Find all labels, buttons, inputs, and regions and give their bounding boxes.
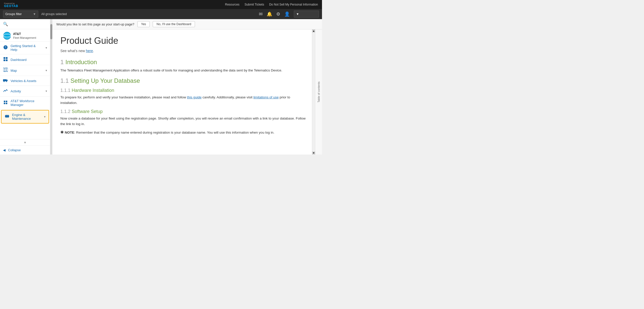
groups-filter-dropdown[interactable]: Groups filter ▼	[3, 11, 38, 18]
geotab-logo-icon: Powered by GEOTAB	[4, 2, 19, 8]
svg-text:GEOTAB: GEOTAB	[4, 4, 18, 8]
groupsbar: Groups filter ▼ All groups selected ✉ 🔔 …	[0, 9, 322, 19]
section-1-1-heading: Setting Up Your Database	[70, 77, 140, 84]
sidebar-nav: ? Getting Started & Help ▾ Dashboard Map…	[0, 42, 50, 139]
svg-rect-20	[4, 103, 5, 104]
sidebar-item-vehicles[interactable]: Vehicles & Assets	[0, 76, 50, 86]
collapse-label: Collapse	[8, 148, 21, 152]
section-1-1-2-title: 1.1.2 Software Setup	[60, 109, 307, 114]
user-dropdown-arrow-icon: ▼	[296, 12, 299, 16]
note-text: : Remember that the company name entered…	[74, 131, 274, 134]
sidebar-item-label: AT&T Workforce Manager	[11, 99, 47, 107]
resources-link[interactable]: Resources	[225, 3, 239, 6]
this-guide-link[interactable]: this guide	[187, 95, 202, 99]
topbar-action-icons: ✉ 🔔 ⚙ 👤 ▼	[259, 11, 319, 18]
svg-rect-26	[8, 117, 8, 118]
startup-no-button[interactable]: No, I'll use the Dashboard	[153, 21, 195, 27]
svg-rect-25	[6, 117, 7, 118]
sidebar-item-label: Vehicles & Assets	[11, 79, 47, 83]
dashboard-icon	[3, 57, 8, 62]
content-area: Would you like to set this page as your …	[52, 19, 322, 154]
mail-icon[interactable]: ✉	[259, 11, 263, 17]
svg-rect-23	[6, 115, 7, 115]
truck-icon	[3, 79, 8, 83]
section-1-1-2-heading: Software Setup	[72, 109, 103, 114]
section-1-heading: Introduction	[65, 59, 97, 65]
svg-rect-18	[4, 101, 5, 102]
sidebar-item-label: Map	[11, 69, 43, 72]
sidebar-item-engine[interactable]: Engine & Maintenance ▾	[1, 110, 49, 124]
product-guide-subtitle: See what's new here.	[60, 48, 307, 54]
sidebar-item-label: Dashboard	[11, 58, 47, 62]
subtitle-end: .	[93, 49, 94, 53]
do-not-sell-link[interactable]: Do Not Sell My Personal Information	[269, 3, 318, 6]
svg-rect-14	[3, 79, 6, 81]
note-star-icon: ✱	[60, 130, 65, 134]
puzzle-icon	[3, 100, 8, 106]
product-guide: Product Guide See what's new here. 1 Int…	[60, 35, 307, 136]
sidebar-item-label: Getting Started & Help	[11, 44, 43, 52]
section-1-number: 1	[60, 59, 65, 65]
startup-yes-button[interactable]: Yes	[137, 21, 150, 27]
startup-page-bar: Would you like to set this page as your …	[52, 19, 322, 29]
note-bold: NOTE	[65, 131, 74, 134]
search-icon[interactable]: 🔍	[3, 22, 8, 26]
subtitle-text: See what's new	[60, 49, 86, 53]
section-1-1-1-number: 1.1.1	[60, 88, 72, 93]
sidebar: 🔍 AT&T Fleet Management ? Ge	[0, 19, 50, 154]
section-1-body: The Telematics Fleet Management Applicat…	[60, 68, 307, 73]
toc-label: Table of contents	[317, 82, 320, 102]
user-dropdown[interactable]: ▼	[294, 11, 319, 18]
help-icon: ?	[3, 45, 8, 51]
logo: Powered by GEOTAB	[4, 2, 19, 8]
sidebar-scrollbar-thumb[interactable]	[50, 24, 52, 39]
sidebar-item-activity[interactable]: Activity ▾	[0, 86, 50, 97]
scroll-up-arrow[interactable]: ▲	[312, 29, 315, 32]
sidebar-item-label: Engine & Maintenance	[12, 113, 42, 121]
submit-tickets-link[interactable]: Submit Tickets	[245, 3, 264, 6]
svg-rect-22	[5, 115, 9, 117]
product-guide-content: Product Guide See what's new here. 1 Int…	[52, 29, 315, 154]
hardware-body-mid: carefully. Additionally, please visit	[202, 95, 253, 99]
user-icon[interactable]: 👤	[284, 11, 290, 17]
hardware-body-pre: To prepare for, perform and verify your …	[60, 95, 187, 99]
svg-rect-8	[6, 57, 8, 59]
scroll-down-arrow[interactable]: ▼	[312, 151, 315, 154]
content-scrollbar[interactable]: ▲ ▼	[312, 29, 315, 154]
sidebar-item-getting-started[interactable]: ? Getting Started & Help ▾	[0, 42, 50, 54]
groups-filter-label: Groups filter	[5, 12, 22, 16]
section-1-1-1-heading: Hardware Installation	[72, 88, 114, 93]
sidebar-item-map[interactable]: Map ▾	[0, 65, 50, 76]
section-1-1-number: 1.1	[60, 77, 70, 84]
groups-filter-arrow-icon: ▼	[33, 12, 36, 16]
brand-info: AT&T Fleet Management	[13, 32, 36, 39]
att-logo-icon	[3, 32, 11, 40]
svg-rect-21	[6, 103, 7, 104]
main-layout: 🔍 AT&T Fleet Management ? Ge	[0, 19, 322, 154]
svg-rect-7	[4, 57, 5, 59]
sidebar-collapse-button[interactable]: ◀ Collapse	[0, 145, 50, 154]
sidebar-item-dashboard[interactable]: Dashboard	[0, 54, 50, 65]
svg-rect-24	[8, 115, 8, 115]
topbar: Powered by GEOTAB Resources Submit Ticke…	[0, 0, 322, 9]
gear-icon[interactable]: ⚙	[276, 11, 280, 17]
limitations-link[interactable]: limitations of use	[253, 95, 279, 99]
sidebar-scrollbar[interactable]	[50, 19, 52, 154]
subtitle-link[interactable]: here	[86, 49, 93, 53]
topbar-right-links: Resources Submit Tickets Do Not Sell My …	[225, 3, 318, 6]
sidebar-item-workforce[interactable]: AT&T Workforce Manager	[0, 97, 50, 109]
bell-icon[interactable]: 🔔	[267, 11, 272, 17]
sidebar-brand: AT&T Fleet Management	[0, 29, 50, 42]
svg-rect-10	[6, 59, 8, 61]
svg-marker-11	[3, 68, 8, 72]
section-1-title: 1 Introduction	[60, 59, 307, 66]
svg-rect-9	[4, 59, 5, 61]
chevron-down-icon: ▾	[46, 69, 47, 72]
sidebar-search-bar[interactable]: 🔍	[0, 19, 50, 29]
sidebar-scroll-down-indicator: ▾	[24, 140, 26, 144]
groups-filter-value: All groups selected	[41, 12, 67, 16]
table-of-contents-sidebar: Table of contents	[315, 29, 322, 154]
collapse-icon: ◀	[3, 148, 6, 152]
section-1-1-2-number: 1.1.2	[60, 109, 72, 114]
section-1-1-1-body: To prepare for, perform and verify your …	[60, 95, 307, 105]
